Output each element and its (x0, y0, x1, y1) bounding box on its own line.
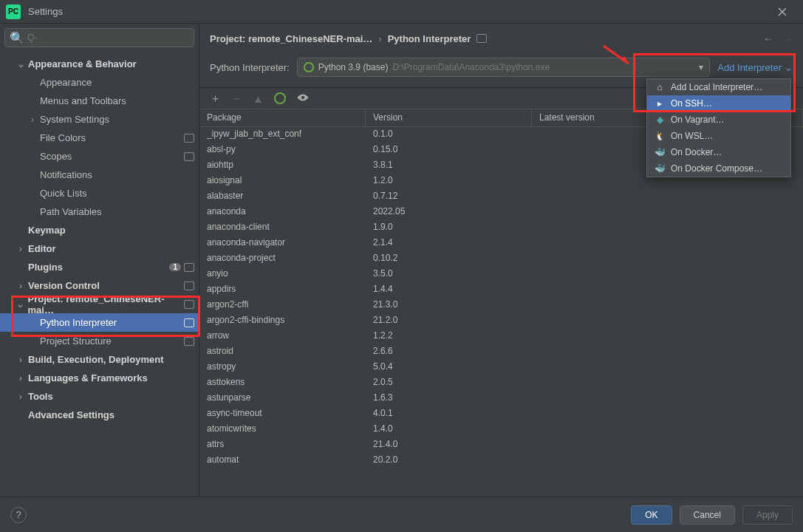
back-arrow-icon[interactable]: ← (763, 33, 773, 44)
ok-label: OK (645, 510, 657, 520)
popup-on-wsl[interactable]: 🐧On WSL… (647, 128, 790, 144)
ok-button[interactable]: OK (631, 505, 672, 525)
tree-system-settings[interactable]: ›System Settings (0, 110, 199, 129)
project-level-icon (184, 152, 194, 161)
close-icon[interactable] (768, 0, 797, 24)
chevron-right-icon: › (16, 354, 25, 365)
project-level-icon (184, 318, 194, 327)
table-row[interactable]: anaconda-client1.9.0 (199, 220, 803, 236)
tree-languages[interactable]: ›Languages & Frameworks (0, 369, 199, 387)
cancel-button[interactable]: Cancel (680, 505, 735, 525)
eye-icon[interactable] (296, 92, 310, 105)
app-icon: PC (6, 4, 21, 19)
annotation-arrow (602, 44, 632, 71)
add-interpreter-link[interactable]: Add Interpreter ⌄ (717, 62, 793, 73)
breadcrumb-separator: › (378, 33, 381, 44)
conda-icon[interactable] (274, 92, 286, 104)
popup-on-vagrant[interactable]: ◆On Vagrant… (647, 112, 790, 128)
tree-keymap[interactable]: Keymap (0, 221, 199, 239)
tree-label: Project: remote_ChineseNER-mai… (28, 293, 185, 316)
titlebar: PC Settings (0, 0, 803, 24)
add-interpreter-popup: ⌂Add Local Interpreter… ▸On SSH… ◆On Vag… (646, 78, 791, 177)
table-row[interactable]: astroid2.6.6 (199, 344, 803, 360)
interpreter-select[interactable]: Python 3.9 (base) D:\ProgramData\Anacond… (297, 58, 711, 77)
header-package[interactable]: Package (199, 109, 366, 126)
cell-package: astropy (199, 360, 366, 375)
table-row[interactable]: anaconda-navigator2.1.4 (199, 236, 803, 251)
forward-arrow-icon[interactable]: → (783, 33, 793, 44)
docker-compose-icon: 🐳 (655, 163, 665, 174)
table-row[interactable]: atomicwrites1.4.0 (199, 422, 803, 437)
search-field[interactable] (27, 33, 189, 43)
tree-menus-toolbars[interactable]: Menus and Toolbars (0, 92, 199, 110)
cell-version: 0.15.0 (366, 143, 532, 158)
tree-build[interactable]: ›Build, Execution, Deployment (0, 350, 199, 369)
help-button[interactable]: ? (10, 507, 27, 523)
cell-package: astroid (199, 344, 366, 360)
project-level-icon (184, 134, 194, 143)
cancel-label: Cancel (694, 510, 721, 520)
search-input[interactable]: 🔍 (4, 28, 194, 47)
python-icon (304, 62, 314, 72)
table-row[interactable]: argon2-cffi-bindings21.2.0 (199, 313, 803, 329)
cell-latest (532, 437, 803, 453)
popup-on-ssh[interactable]: ▸On SSH… (647, 95, 790, 112)
tree-label: Path Variables (40, 206, 102, 217)
tree-path-variables[interactable]: Path Variables (0, 202, 199, 221)
popup-on-docker[interactable]: 🐳On Docker… (647, 144, 790, 160)
breadcrumb-project[interactable]: Project: remote_ChineseNER-mai… (210, 33, 372, 44)
tree-notifications[interactable]: Notifications (0, 166, 199, 184)
wsl-icon: 🐧 (655, 131, 665, 141)
tree-advanced[interactable]: Advanced Settings (0, 406, 199, 424)
cell-package: automat (199, 453, 366, 468)
up-icon[interactable]: ▲ (253, 92, 264, 105)
table-row[interactable]: astropy5.0.4 (199, 360, 803, 375)
table-row[interactable]: async-timeout4.0.1 (199, 406, 803, 422)
table-row[interactable]: anaconda2022.05 (199, 205, 803, 220)
table-row[interactable]: appdirs1.4.4 (199, 282, 803, 298)
cell-version: 1.2.2 (366, 329, 532, 344)
popup-label: Add Local Interpreter… (671, 82, 762, 92)
remove-icon[interactable]: － (231, 92, 242, 106)
table-row[interactable]: asttokens2.0.5 (199, 375, 803, 391)
interpreter-path: D:\ProgramData\Anaconda3\python.exe (392, 62, 550, 72)
header-version[interactable]: Version (366, 109, 532, 126)
tree-appearance-behavior[interactable]: ⌄Appearance & Behavior (0, 55, 199, 73)
tree-editor[interactable]: ›Editor (0, 239, 199, 258)
table-row[interactable]: anaconda-project0.10.2 (199, 251, 803, 267)
cell-latest (532, 344, 803, 360)
tree-label: File Colors (40, 132, 86, 143)
cell-package: appdirs (199, 282, 366, 298)
popup-add-local[interactable]: ⌂Add Local Interpreter… (647, 79, 790, 95)
chevron-right-icon: › (16, 243, 25, 254)
tree-tools[interactable]: ›Tools (0, 387, 199, 406)
breadcrumb-page: Python Interpreter (388, 33, 471, 44)
table-row[interactable]: astunparse1.6.3 (199, 391, 803, 406)
cell-package: _ipyw_jlab_nb_ext_conf (199, 127, 366, 143)
apply-button[interactable]: Apply (742, 505, 793, 525)
tree-scopes[interactable]: Scopes (0, 147, 199, 166)
cell-package: attrs (199, 437, 366, 453)
tree-project[interactable]: ⌄Project: remote_ChineseNER-mai… (0, 295, 199, 313)
popup-label: On SSH… (671, 98, 712, 109)
tree-python-interpreter[interactable]: Python Interpreter (0, 313, 199, 332)
table-row[interactable]: automat20.2.0 (199, 453, 803, 468)
tree-quick-lists[interactable]: Quick Lists (0, 184, 199, 202)
tree-version-control[interactable]: ›Version Control (0, 276, 199, 295)
cell-latest (532, 220, 803, 236)
table-row[interactable]: arrow1.2.2 (199, 329, 803, 344)
tree-plugins[interactable]: Plugins1 (0, 258, 199, 276)
cell-package: anaconda-client (199, 220, 366, 236)
ssh-icon: ▸ (655, 98, 665, 109)
tree-file-colors[interactable]: File Colors (0, 129, 199, 147)
table-row[interactable]: anyio3.5.0 (199, 267, 803, 282)
table-row[interactable]: attrs21.4.0 (199, 437, 803, 453)
cell-version: 5.0.4 (366, 360, 532, 375)
table-row[interactable]: argon2-cffi21.3.0 (199, 298, 803, 313)
popup-on-docker-compose[interactable]: 🐳On Docker Compose… (647, 160, 790, 177)
tree-appearance[interactable]: Appearance (0, 73, 199, 92)
tree-project-structure[interactable]: Project Structure (0, 332, 199, 350)
cell-version: 21.4.0 (366, 437, 532, 453)
table-row[interactable]: alabaster0.7.12 (199, 189, 803, 205)
add-icon[interactable]: ＋ (210, 92, 221, 106)
